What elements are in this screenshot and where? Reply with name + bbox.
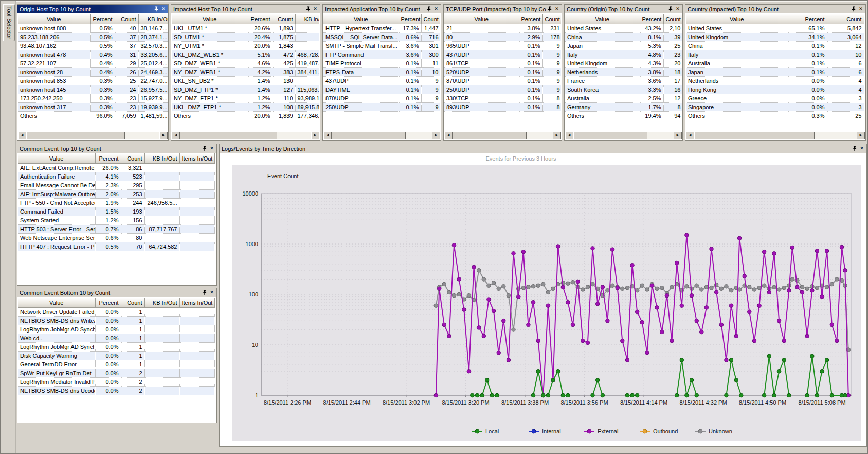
pin-icon[interactable] bbox=[546, 6, 553, 12]
table-row[interactable]: General TermDD Error0.0%1 bbox=[18, 360, 214, 369]
scroll-right-icon[interactable]: ► bbox=[857, 132, 865, 139]
column-header[interactable]: Percent bbox=[399, 14, 421, 24]
close-icon[interactable]: ✕ bbox=[858, 145, 865, 152]
scroll-right-icon[interactable]: ► bbox=[311, 132, 319, 139]
column-header[interactable]: Percent bbox=[519, 14, 542, 24]
column-header[interactable]: Value bbox=[172, 14, 248, 24]
scrollbar-thumb[interactable] bbox=[573, 132, 647, 139]
table-row[interactable]: TIME Protocol0.1%11 bbox=[323, 59, 440, 68]
table-row[interactable]: LogRhythm JobMgr AD Synch...0.0%1 bbox=[18, 325, 214, 334]
table-row[interactable]: 802.9%178 bbox=[444, 33, 561, 42]
table-row[interactable]: 870\UDP0.1%9 bbox=[323, 94, 440, 103]
pin-icon[interactable] bbox=[851, 145, 858, 152]
column-header[interactable]: Count bbox=[663, 14, 682, 24]
table-row[interactable]: United States43.2%2,10 bbox=[565, 24, 682, 33]
table-row[interactable]: Italy0.1%10 bbox=[686, 50, 864, 59]
table-row[interactable]: UKL_UTM1 *20.6%1,893 bbox=[172, 24, 319, 33]
table-row[interactable]: NETBIOS SMB-DS dns Ucode...0.0%2 bbox=[18, 387, 214, 395]
column-header[interactable]: KB In/Out bbox=[144, 153, 179, 164]
column-header[interactable]: Percent bbox=[640, 14, 663, 24]
column-header[interactable]: Value bbox=[686, 14, 788, 24]
table-row[interactable]: China0.1%12 bbox=[686, 42, 864, 50]
column-header[interactable]: Count bbox=[121, 153, 144, 164]
table-row[interactable]: FTPS-Data0.1%10 bbox=[323, 68, 440, 77]
table-row[interactable]: 965\UDP0.1%9 bbox=[444, 42, 561, 50]
table-row[interactable]: 250\UDP0.1%9 bbox=[323, 103, 440, 112]
table-row[interactable]: 861\TCP0.1%9 bbox=[444, 59, 561, 68]
table-row[interactable]: unknown host 280.4%2624,469.3... bbox=[18, 68, 168, 77]
column-header[interactable]: KB In/Out bbox=[144, 298, 179, 308]
table-row[interactable]: HTTP 503 : Server Error - Serv...0.7%868… bbox=[18, 225, 214, 234]
column-header[interactable]: Value bbox=[444, 14, 519, 24]
tool-selector-tab[interactable]: Tool Selector bbox=[3, 4, 15, 41]
panel-titlebar[interactable]: Country (Origin) Top 10 by Count ✕ bbox=[565, 5, 682, 13]
table-row[interactable]: Network Driver Update Failed0.0%1 bbox=[18, 308, 214, 317]
column-header[interactable]: Value bbox=[18, 14, 90, 24]
horizontal-scrollbar[interactable]: ◄ ► bbox=[18, 132, 168, 139]
panel-titlebar[interactable]: Logs/Events by Time by Direction ✕ bbox=[220, 144, 866, 153]
close-icon[interactable]: ✕ bbox=[674, 6, 681, 12]
scrollbar-thumb[interactable] bbox=[332, 132, 406, 139]
scroll-right-icon[interactable]: ► bbox=[674, 132, 682, 139]
horizontal-scrollbar[interactable]: ◄ ► bbox=[565, 132, 682, 139]
scrollbar-thumb[interactable] bbox=[453, 132, 527, 139]
column-header[interactable]: Count bbox=[115, 14, 138, 24]
column-header[interactable]: Value bbox=[565, 14, 640, 24]
column-header[interactable]: Percent bbox=[95, 298, 121, 308]
column-header[interactable]: Items In/Out bbox=[179, 153, 214, 164]
table-row[interactable]: 57.32.221.1070.4%2925,012.4... bbox=[18, 59, 168, 68]
pin-icon[interactable] bbox=[201, 145, 208, 152]
table-row[interactable]: NY_UTM1 *20.0%1,843 bbox=[172, 42, 319, 50]
table-row[interactable]: Email Message Cannot Be Del...2.3%295 bbox=[18, 181, 214, 190]
table-row[interactable]: NY_DMZ_WEB1 *4.2%383384,411... bbox=[172, 68, 319, 77]
table-row[interactable]: SD_DMZ_FTP1 *1.4%127115,063... bbox=[172, 85, 319, 94]
table-row[interactable]: Greece0.0%3 bbox=[686, 94, 864, 103]
table-row[interactable]: 213.8%231 bbox=[444, 24, 561, 33]
horizontal-scrollbar[interactable]: ◄ ► bbox=[444, 132, 561, 139]
table-row[interactable]: South Korea3.3%16 bbox=[565, 85, 682, 94]
panel-titlebar[interactable]: Common Event Top 10 by Count ✕ bbox=[17, 144, 216, 153]
table-row[interactable]: United Kingdom4.3%20 bbox=[565, 59, 682, 68]
scroll-left-icon[interactable]: ◄ bbox=[172, 132, 180, 139]
table-row[interactable]: 437\UDP0.1%9 bbox=[323, 77, 440, 85]
scrollbar-thumb[interactable] bbox=[180, 132, 277, 139]
table-row[interactable]: Italy4.8%23 bbox=[565, 50, 682, 59]
table-row[interactable]: NETBIOS SMB-DS dns WriteA...0.0%1 bbox=[18, 317, 214, 325]
column-header[interactable]: Value bbox=[18, 298, 95, 308]
table-row[interactable]: Netherlands3.8%18 bbox=[565, 68, 682, 77]
legend-item-unknown[interactable]: Unknown bbox=[695, 428, 732, 434]
table-row[interactable]: Authentication Failure4.1%523 bbox=[18, 172, 214, 181]
table-row[interactable]: Australia2.5%12 bbox=[565, 94, 682, 103]
scroll-right-icon[interactable]: ► bbox=[432, 132, 440, 139]
table-row[interactable]: China8.1%39 bbox=[565, 33, 682, 42]
pin-icon[interactable] bbox=[425, 6, 432, 12]
legend-item-outbound[interactable]: Outbound bbox=[640, 428, 678, 434]
table-row[interactable]: UKL_DMZ_FTP1 *1.2%10889,915.8... bbox=[172, 103, 319, 112]
table-row[interactable]: Others19.4%94 bbox=[565, 112, 682, 120]
close-icon[interactable]: ✕ bbox=[857, 6, 864, 12]
table-row[interactable]: Australia0.1%6 bbox=[686, 59, 864, 68]
panel-titlebar[interactable]: TCP/UDP Port (Impacted) Top 10 by Co... … bbox=[444, 5, 562, 13]
column-header[interactable]: Count bbox=[273, 14, 295, 24]
table-row[interactable]: 437\UDP0.1%9 bbox=[444, 50, 561, 59]
table-row[interactable]: 330\TCP0.1%8 bbox=[444, 94, 561, 103]
table-row[interactable]: France3.6%17 bbox=[565, 77, 682, 85]
table-row[interactable]: Disk Capacity Warning0.0%1 bbox=[18, 352, 214, 360]
column-header[interactable]: Count bbox=[421, 14, 440, 24]
table-row[interactable]: NY_DMZ_FTP1 *1.2%11093,989.1... bbox=[172, 94, 319, 103]
table-row[interactable]: unknown host 3170.3%2319,939.9... bbox=[18, 103, 168, 112]
table-row[interactable]: Japan5.3%25 bbox=[565, 42, 682, 50]
panel-titlebar[interactable]: Country (Impacted) Top 10 by Count ✕ bbox=[685, 5, 865, 13]
table-row[interactable]: HTTP - Hypertext Transfer...17.3%1,447 bbox=[323, 24, 440, 33]
horizontal-scrollbar[interactable]: ◄ ► bbox=[323, 132, 440, 139]
table-row[interactable]: 93.48.107.1620.5%3732,570.3... bbox=[18, 42, 168, 50]
table-row[interactable]: Netherlands0.0%4 bbox=[686, 77, 864, 85]
table-row[interactable]: United States65.1%5,842 bbox=[686, 24, 864, 33]
column-header[interactable]: KB In/Out bbox=[138, 14, 168, 24]
column-header[interactable]: Count bbox=[121, 298, 144, 308]
column-header[interactable]: Percent bbox=[248, 14, 273, 24]
column-header[interactable]: Value bbox=[18, 153, 95, 164]
column-header[interactable]: Items In/Out bbox=[179, 298, 214, 308]
column-header[interactable]: KB In/Out bbox=[295, 14, 319, 24]
panel-titlebar[interactable]: Common Event Bottom 10 by Count ✕ bbox=[17, 288, 216, 297]
